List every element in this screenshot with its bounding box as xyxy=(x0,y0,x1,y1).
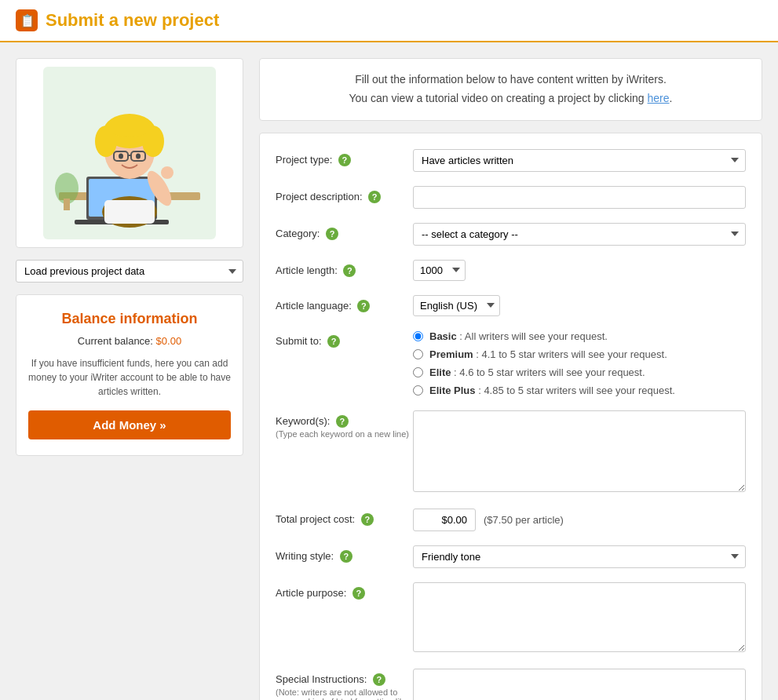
article-length-help-icon[interactable]: ? xyxy=(343,264,356,277)
special-instructions-sub: (Note: writers are not allowed to use an… xyxy=(276,687,413,700)
svg-point-18 xyxy=(119,154,123,159)
form-panel: Project type: ? Have articles written Ha… xyxy=(259,133,762,700)
project-type-input-col: Have articles written Have blog posts wr… xyxy=(413,149,746,172)
balance-label: Current balance: xyxy=(78,335,153,347)
submit-to-input-col: Basic : All writers will see your reques… xyxy=(413,330,746,396)
article-purpose-input-col xyxy=(413,582,746,654)
cost-row: $0.00 ($7.50 per article) xyxy=(413,509,746,531)
submit-to-elite-plus-radio[interactable] xyxy=(413,385,423,396)
article-length-input-col: 500 700 1000 1500 2000 xyxy=(413,260,746,281)
sidebar: Load previous project data Balance infor… xyxy=(16,58,243,700)
project-desc-help-icon[interactable]: ? xyxy=(368,191,381,203)
category-row: Category: ? -- select a category -- Arts… xyxy=(276,223,746,246)
load-project-wrapper: Load previous project data xyxy=(16,260,243,283)
article-language-input-col: English (US) English (UK) French Spanish xyxy=(413,295,746,316)
submit-to-premium-radio[interactable] xyxy=(413,349,423,359)
balance-title: Balance information xyxy=(28,311,231,327)
info-line1: Fill out the information below to have c… xyxy=(276,71,746,89)
article-language-help-icon[interactable]: ? xyxy=(357,300,370,312)
info-bar: Fill out the information below to have c… xyxy=(259,58,762,121)
article-length-select[interactable]: 500 700 1000 1500 2000 xyxy=(413,260,466,281)
submit-to-elite-row: Elite : 4.6 to 5 star writers will see y… xyxy=(413,366,746,378)
project-desc-row: Project description: ? xyxy=(276,186,746,209)
project-type-help-icon[interactable]: ? xyxy=(338,154,351,166)
article-purpose-row: Article purpose: ? xyxy=(276,582,746,654)
cost-note: ($7.50 per article) xyxy=(484,514,564,526)
info-line2: You can view a tutorial video on creatin… xyxy=(276,89,746,108)
submit-to-basic-row: Basic : All writers will see your reques… xyxy=(413,330,746,342)
submit-to-elite-label[interactable]: Elite : 4.6 to 5 star writers will see y… xyxy=(429,366,645,378)
total-cost-help-icon[interactable]: ? xyxy=(361,513,374,526)
special-instructions-help-icon[interactable]: ? xyxy=(373,673,385,686)
total-cost-input[interactable]: $0.00 xyxy=(413,509,476,531)
svg-rect-8 xyxy=(104,200,155,224)
keywords-textarea[interactable] xyxy=(413,410,746,492)
special-instructions-row: Special Instructions: ? (Note: writers a… xyxy=(276,669,746,700)
project-desc-input-col xyxy=(413,186,746,209)
writing-style-row: Writing style: ? Friendly tone Formal to… xyxy=(276,545,746,568)
svg-text:📋: 📋 xyxy=(20,13,35,28)
page-title: Submit a new project xyxy=(46,10,219,31)
keywords-help-icon[interactable]: ? xyxy=(336,415,349,428)
project-desc-input[interactable] xyxy=(413,186,746,209)
article-length-row: Article length: ? 500 700 1000 1500 2000 xyxy=(276,260,746,281)
writing-style-input-col: Friendly tone Formal tone Creative tone … xyxy=(413,545,746,568)
writing-style-label: Writing style: ? xyxy=(276,545,413,563)
article-length-label: Article length: ? xyxy=(276,260,413,278)
tutorial-link[interactable]: here xyxy=(648,92,670,104)
balance-value-link[interactable]: $0.00 xyxy=(156,335,182,347)
svg-rect-23 xyxy=(64,199,70,210)
keywords-input-col xyxy=(413,410,746,494)
keywords-label-col: Keyword(s): ? (Type each keyword on a ne… xyxy=(276,410,413,439)
submit-to-elite-plus-label[interactable]: Elite Plus : 4.85 to 5 star writers will… xyxy=(429,385,675,396)
writing-style-select[interactable]: Friendly tone Formal tone Creative tone … xyxy=(413,545,746,568)
submit-to-premium-row: Premium : 4.1 to 5 star writers will see… xyxy=(413,348,746,360)
submit-to-elite-radio[interactable] xyxy=(413,367,423,377)
balance-current: Current balance: $0.00 xyxy=(28,335,231,347)
submit-to-label: Submit to: ? xyxy=(276,330,413,348)
submit-to-help-icon[interactable]: ? xyxy=(327,335,340,348)
category-input-col: -- select a category -- Arts & Entertain… xyxy=(413,223,746,246)
article-language-row: Article language: ? English (US) English… xyxy=(276,295,746,316)
special-instructions-input-col xyxy=(413,669,746,700)
load-project-select[interactable]: Load previous project data xyxy=(16,260,243,283)
project-type-select[interactable]: Have articles written Have blog posts wr… xyxy=(413,149,746,172)
writing-style-help-icon[interactable]: ? xyxy=(340,550,352,563)
project-desc-label: Project description: ? xyxy=(276,186,413,204)
avatar-box xyxy=(16,58,243,248)
add-money-button[interactable]: Add Money » xyxy=(28,410,231,439)
article-purpose-textarea[interactable] xyxy=(413,582,746,652)
submit-project-icon: 📋 xyxy=(16,9,38,31)
special-instructions-textarea[interactable] xyxy=(413,669,746,700)
avatar xyxy=(43,67,216,239)
article-purpose-help-icon[interactable]: ? xyxy=(352,587,365,600)
svg-point-21 xyxy=(161,166,173,179)
article-language-select[interactable]: English (US) English (UK) French Spanish xyxy=(413,295,500,316)
total-cost-row: Total project cost: ? $0.00 ($7.50 per a… xyxy=(276,509,746,531)
info-line2-text: You can view a tutorial video on creatin… xyxy=(349,92,645,104)
category-select[interactable]: -- select a category -- Arts & Entertain… xyxy=(413,223,746,246)
article-purpose-label: Article purpose: ? xyxy=(276,582,413,600)
submit-to-basic-radio[interactable] xyxy=(413,331,423,341)
svg-point-19 xyxy=(136,154,141,159)
submit-to-basic-label[interactable]: Basic : All writers will see your reques… xyxy=(429,330,608,342)
total-cost-label: Total project cost: ? xyxy=(276,509,413,527)
category-label: Category: ? xyxy=(276,223,413,241)
special-instructions-label-col: Special Instructions: ? (Note: writers a… xyxy=(276,669,413,700)
article-language-label: Article language: ? xyxy=(276,295,413,313)
category-help-icon[interactable]: ? xyxy=(326,228,338,240)
balance-box: Balance information Current balance: $0.… xyxy=(16,294,243,456)
balance-desc: If you have insufficient funds, here you… xyxy=(28,356,231,399)
keywords-sub: (Type each keyword on a new line) xyxy=(276,429,413,439)
total-cost-input-col: $0.00 ($7.50 per article) xyxy=(413,509,746,531)
submit-to-elite-plus-row: Elite Plus : 4.85 to 5 star writers will… xyxy=(413,385,746,396)
submit-to-radio-group: Basic : All writers will see your reques… xyxy=(413,330,746,396)
svg-point-14 xyxy=(108,115,152,137)
project-type-label: Project type: ? xyxy=(276,149,413,167)
form-area: Fill out the information below to have c… xyxy=(259,58,762,700)
project-type-row: Project type: ? Have articles written Ha… xyxy=(276,149,746,172)
keywords-row: Keyword(s): ? (Type each keyword on a ne… xyxy=(276,410,746,494)
submit-to-premium-label[interactable]: Premium : 4.1 to 5 star writers will see… xyxy=(429,348,667,360)
page-header: 📋 Submit a new project xyxy=(0,0,778,42)
submit-to-row: Submit to: ? Basic : All writers will se… xyxy=(276,330,746,396)
